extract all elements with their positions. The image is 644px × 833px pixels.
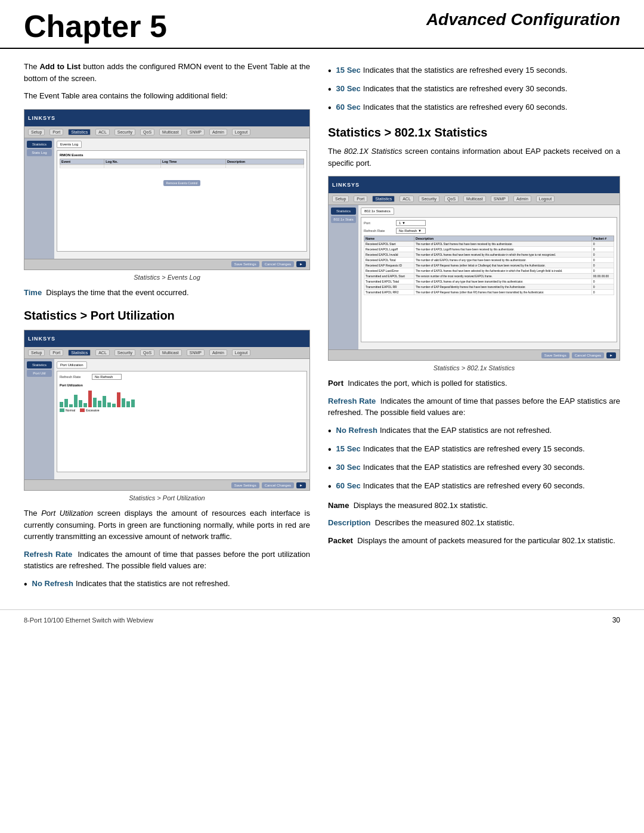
term-30sec-right: 30 Sec (336, 462, 361, 473)
table-row: Transmitted and EAPOL Start The version … (364, 274, 614, 279)
linksys-nav-2: Setup Port Statistics ACL Security QoS M… (24, 347, 309, 359)
tab-8021x-stats: 802.1x Statistics (361, 208, 394, 215)
events-buttons: Remove Events Control (60, 180, 304, 186)
name-field-row: Name Displays the measured 802.1x statis… (328, 500, 620, 512)
port-bar-8 (93, 398, 97, 407)
term-no-refresh-right: No Refresh (336, 425, 377, 436)
port-legend: Normal Excessive (60, 408, 304, 412)
page-header: Chapter 5 Advanced Configuration (0, 0, 644, 49)
td-desc-2: The number of EAPOL Logoff frames that h… (414, 247, 592, 252)
linksys-logo-3: LINKSYS (332, 182, 360, 188)
td-desc-4: The number of valid EAPOL frames of any … (414, 258, 592, 263)
desc-30sec-top: Indicates that the statistics are refres… (363, 83, 568, 95)
term-15sec-top: 15 Sec (336, 64, 361, 76)
sidebar3-8021x: 802.1x Stats (331, 216, 356, 223)
linksys-body-1: Statistics Stats Log Events Log RMON Eve… (24, 138, 309, 259)
td-name-6: Received EAP Last/Error (364, 268, 414, 274)
refresh-rate-para: Refresh Rate Indicates the amount of tim… (24, 549, 310, 572)
linksys-main-2: Port Utilization Refresh Rate No Refresh… (54, 359, 309, 479)
linksys-logo-2: LINKSYS (28, 336, 55, 342)
port-util-para: The Port Utilization screen displays the… (24, 507, 310, 543)
bullet-60sec-right: 60 Sec Indicates that the EAP statistics… (328, 480, 620, 494)
th-event: Event (60, 159, 104, 164)
nav-admin: Admin (209, 129, 227, 135)
nav3-acl: ACL (400, 196, 414, 202)
bullet-60sec-top: 60 Sec Indicates that the statistics are… (328, 101, 620, 115)
refresh-value-3: No Refresh ▼ (396, 228, 426, 234)
td-pkt-4: 0 (592, 258, 614, 263)
linksys-logo-1: LINKSYS (28, 115, 55, 121)
footer-page: 30 (612, 616, 620, 624)
nav2-acl: ACL (95, 349, 110, 356)
corner-btn-3[interactable]: ► (606, 352, 616, 358)
desc-60sec-right: Indicates that the EAP statistics are re… (363, 480, 585, 492)
legend-red: Excessive (80, 408, 100, 412)
table-row: Transmitted EAPOL RR The number of EAP R… (364, 284, 614, 290)
nav2-port: Port (49, 349, 63, 356)
refresh-label-3: Refresh Rate (364, 229, 394, 233)
rmon-event-control-btn[interactable]: Remove Events Control (163, 180, 201, 186)
cancel-changes-btn-2[interactable]: Cancel Changes (262, 482, 294, 488)
save-settings-btn-1[interactable]: Save Settings (231, 261, 259, 267)
bullet-15sec-right: 15 Sec Indicates that the EAP statistics… (328, 443, 620, 457)
td-name-1: Received EAPOL Start (364, 241, 414, 247)
sidebar3-statistics: Statistics (331, 208, 356, 215)
linksys-header-2: LINKSYS (24, 330, 309, 347)
table-row: Received EAP Last/Error The number of EA… (364, 268, 614, 274)
save-settings-btn-3[interactable]: Save Settings (541, 352, 569, 358)
port-bar-7 (88, 391, 92, 407)
linksys-main-1: Events Log RMON Events Event Log No. Log… (54, 138, 309, 259)
linksys-nav-3: Setup Port Statistics ACL Security QoS M… (329, 193, 620, 205)
port-bar-4 (74, 395, 78, 407)
corner-btn-2[interactable]: ► (296, 482, 306, 488)
port-bar-14 (122, 398, 125, 407)
save-settings-btn-2[interactable]: Save Settings (231, 482, 259, 488)
right-column: 15 Sec Indicates that the statistics are… (328, 61, 620, 597)
corner-btn-1[interactable]: ► (296, 261, 306, 267)
table-row: Transmitted EAPOL RR2 The number of EAP … (364, 290, 614, 295)
bullet-list-right: No Refresh Indicates that the EAP statis… (328, 425, 620, 494)
events-bottom-bar: Save Settings Cancel Changes ► (24, 259, 309, 270)
nav3-statistics: Statistics (372, 196, 395, 202)
table-row: Received EAP Requests ID The number of E… (364, 263, 614, 268)
stats-8021x-content: Port 1 ▼ Refresh Rate No Refresh ▼ Name (361, 217, 617, 342)
packet-label: Packet (328, 536, 353, 545)
port-bar-15 (126, 401, 130, 407)
port-bar-13 (117, 392, 120, 407)
nav2-security: Security (114, 349, 135, 356)
stats-8021x-term: 802.1X Statistics (344, 147, 402, 156)
td-pkt-3: 0 (592, 252, 614, 258)
td-name-7: Transmitted and EAPOL Start (364, 274, 414, 279)
events-content: RMON Events Event Log No. Log Time Descr… (57, 150, 307, 252)
chapter-title: Chapter 5 (24, 11, 167, 42)
port-row-3: Port 1 ▼ (364, 220, 614, 226)
nav2-multicast: Multicast (159, 349, 182, 356)
port-util-bars (60, 389, 304, 407)
bullet-30sec-top: 30 Sec Indicates that the statistics are… (328, 83, 620, 97)
refresh-rate-value: No Refresh (92, 374, 122, 380)
cancel-changes-btn-1[interactable]: Cancel Changes (262, 261, 294, 267)
sidebar-statslog: Stats Log (27, 149, 52, 156)
port-util-content: Refresh Rate No Refresh Port Utilization… (57, 371, 307, 472)
linksys-sidebar-1: Statistics Stats Log (24, 138, 54, 259)
td-name-5: Received EAP Requests ID (364, 263, 414, 268)
td-pkt-8: 0 (592, 279, 614, 284)
port-bar-11 (107, 402, 111, 407)
port-bar-2 (64, 399, 68, 407)
nav-qos: QoS (140, 129, 154, 135)
th-name: Name (364, 236, 414, 241)
stats-8021x-screenshot: LINKSYS Setup Port Statistics ACL Securi… (328, 176, 620, 361)
bullet-15sec-top: 15 Sec Indicates that the statistics are… (328, 64, 620, 78)
bullet-no-refresh-left: No Refresh Indicates that the statistics… (24, 578, 310, 592)
description-field-row: Description Describes the measured 802.1… (328, 517, 620, 529)
nav2-snmp: SNMP (187, 349, 205, 356)
cancel-changes-btn-3[interactable]: Cancel Changes (572, 352, 604, 358)
table-row: Received EAPOL Invalid The number of EAP… (364, 252, 614, 258)
nav-security: Security (114, 129, 135, 135)
th-logno: Log No. (104, 159, 161, 164)
td-desc-10: The number of EAP Request frames (other … (414, 290, 592, 295)
td-name-4: Received EAPOL Total (364, 258, 414, 263)
linksys-body-3: Statistics 802.1x Stats 802.1x Statistic… (329, 205, 620, 349)
intro-para2: The Event Table area contains the follow… (24, 90, 310, 102)
packet-field-row: Packet Displays the amount of packets me… (328, 535, 620, 547)
